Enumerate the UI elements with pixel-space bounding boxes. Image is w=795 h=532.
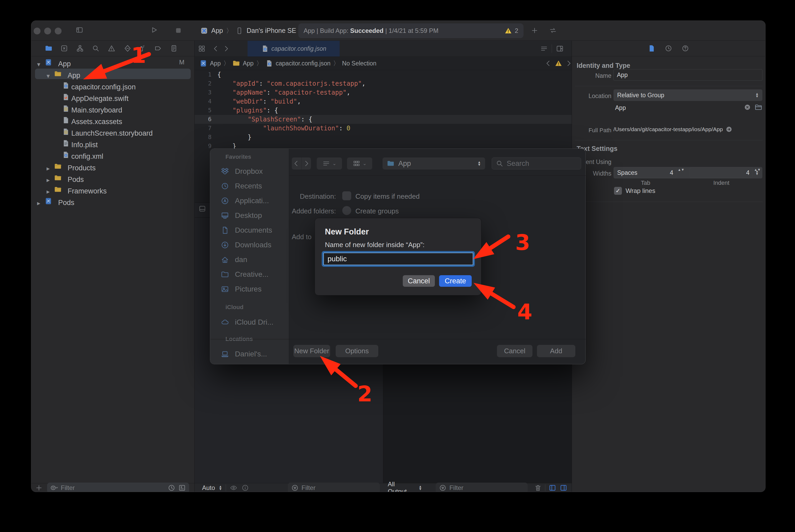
- disclosure-closed-icon[interactable]: ▸: [47, 165, 50, 172]
- symbol-navigator-icon[interactable]: [76, 44, 84, 52]
- adjust-editor-options-icon[interactable]: [540, 45, 548, 53]
- next-issue-icon[interactable]: [564, 59, 573, 67]
- recent-files-clock-icon[interactable]: [167, 484, 176, 492]
- source-control-navigator-icon[interactable]: [60, 44, 68, 52]
- tab-width-stepper[interactable]: ▲▼: [678, 169, 685, 171]
- sidebar-item-pictures[interactable]: Pictures: [221, 283, 261, 295]
- show-console-view-icon[interactable]: [560, 484, 567, 492]
- choose-folder-icon[interactable]: [755, 103, 762, 111]
- console-scope-popup[interactable]: All Output: [388, 480, 415, 492]
- zoom-window-button[interactable]: [55, 27, 61, 34]
- run-destination[interactable]: Dan's iPhone SE: [247, 27, 296, 34]
- breadcrumb-item[interactable]: No Selection: [342, 60, 376, 67]
- console-filter-input[interactable]: Filter: [436, 482, 528, 492]
- sidebar-item-daniel-s-[interactable]: Daniel's...: [221, 348, 267, 360]
- jump-bar[interactable]: App〉App〉capacitor.config.json〉No Selecti…: [199, 57, 541, 70]
- variables-scope-popup[interactable]: Auto: [202, 484, 215, 492]
- folder-popup[interactable]: App ▲▼: [382, 157, 485, 170]
- indent-width-field[interactable]: 4: [690, 167, 753, 178]
- dialog-search-input[interactable]: Search: [492, 157, 581, 170]
- tab-width-field[interactable]: 4: [614, 167, 676, 178]
- help-inspector-tab[interactable]: [681, 44, 689, 52]
- sidebar-item-downloads[interactable]: Downloads: [221, 239, 271, 251]
- create-groups-radio[interactable]: [342, 206, 351, 215]
- new-folder-button[interactable]: New Folder: [293, 345, 330, 357]
- sheet-cancel-button[interactable]: Cancel: [403, 275, 435, 287]
- navigator-row-app[interactable]: ▾App: [31, 68, 194, 80]
- navigator-row-info-plist[interactable]: Info.plist: [31, 137, 194, 149]
- activity-status-bar[interactable]: App | Build App: Succeeded | 1/4/21 at 5…: [298, 23, 524, 38]
- back-icon[interactable]: [212, 45, 220, 53]
- add-file-plus-icon[interactable]: [35, 484, 43, 492]
- breadcrumb-item[interactable]: App: [210, 60, 221, 67]
- issue-warning-icon[interactable]: [555, 59, 562, 67]
- code-line-5[interactable]: 5 "plugins": {: [195, 106, 572, 115]
- disclosure-closed-icon[interactable]: ▸: [47, 188, 50, 195]
- editor-tab[interactable]: capacitor.config.json: [248, 41, 340, 57]
- sidebar-item-desktop[interactable]: Desktop: [221, 210, 262, 221]
- code-line-4[interactable]: 4 "webDir": "build",: [195, 97, 572, 106]
- folder-name-input[interactable]: public: [323, 252, 473, 265]
- navigator-row-main-storyboard[interactable]: Main.storyboard: [31, 103, 194, 114]
- toggle-navigator-icon[interactable]: [75, 26, 84, 34]
- dialog-add-button[interactable]: Add: [537, 345, 575, 357]
- navigator-row-app[interactable]: ▾AppM: [31, 57, 194, 68]
- navigator-row-pods[interactable]: ▸Pods: [31, 172, 194, 184]
- variables-filter-input[interactable]: Filter: [288, 482, 380, 492]
- show-variables-view-icon[interactable]: [548, 484, 556, 492]
- find-navigator-icon[interactable]: [92, 44, 100, 52]
- previous-issue-icon[interactable]: [545, 59, 553, 67]
- related-items-icon[interactable]: [198, 45, 206, 53]
- disclosure-open-icon[interactable]: ▾: [37, 61, 40, 68]
- minimize-window-button[interactable]: [44, 27, 51, 34]
- source-control-status-icon[interactable]: [178, 484, 186, 492]
- breadcrumb-item[interactable]: capacitor.config.json: [276, 60, 330, 67]
- dialog-back-button[interactable]: [292, 157, 301, 170]
- quicklook-eye-icon[interactable]: [230, 484, 238, 492]
- code-line-8[interactable]: 8 }: [195, 133, 572, 142]
- info-icon[interactable]: [241, 484, 249, 492]
- project-navigator-icon[interactable]: [45, 44, 53, 52]
- add-editor-icon[interactable]: [556, 45, 564, 53]
- clear-location-x-icon[interactable]: [743, 103, 751, 111]
- editor-split-bottom-icon[interactable]: [198, 205, 206, 213]
- reveal-arrow-icon[interactable]: [725, 126, 733, 133]
- navigator-row-capacitor-config-json[interactable]: capacitor.config.json: [31, 80, 194, 91]
- warning-icon[interactable]: [504, 27, 512, 35]
- code-line-2[interactable]: 2 "appId": "com.capacitorjs.testapp",: [195, 79, 572, 88]
- disclosure-closed-icon[interactable]: ▸: [37, 200, 40, 207]
- options-button[interactable]: Options: [336, 345, 378, 357]
- stop-button[interactable]: [175, 26, 182, 34]
- file-inspector-tab[interactable]: [648, 44, 655, 52]
- report-navigator-icon[interactable]: [170, 44, 178, 52]
- navigator-row-launchscreen-storyboard[interactable]: LaunchScreen.storyboard: [31, 126, 194, 137]
- dialog-cancel-button[interactable]: Cancel: [497, 345, 532, 357]
- icon-view-button[interactable]: ⌄: [347, 157, 372, 170]
- disclosure-open-icon[interactable]: ▾: [47, 72, 50, 80]
- clear-console-trash-icon[interactable]: [534, 484, 542, 492]
- sidebar-item-dan[interactable]: dan: [221, 254, 247, 265]
- test-navigator-icon[interactable]: [124, 44, 131, 52]
- navigator-row-frameworks[interactable]: ▸Frameworks: [31, 184, 194, 195]
- wrap-lines-checkbox[interactable]: ✓: [614, 187, 622, 195]
- history-inspector-tab[interactable]: [665, 44, 672, 52]
- sheet-create-button[interactable]: Create: [439, 275, 472, 287]
- sidebar-item-documents[interactable]: Documents: [221, 225, 272, 236]
- name-field[interactable]: App: [613, 69, 762, 81]
- close-window-button[interactable]: [34, 27, 40, 34]
- indent-width-stepper[interactable]: ▲▼: [754, 169, 761, 171]
- scheme-name[interactable]: App: [211, 27, 223, 34]
- navigator-row-appdelegate-swift[interactable]: AppDelegate.swift: [31, 91, 194, 103]
- sidebar-item-creative-[interactable]: Creative...: [221, 269, 269, 280]
- list-view-button[interactable]: ⌄: [317, 157, 342, 170]
- issue-navigator-icon[interactable]: [108, 44, 115, 52]
- disclosure-closed-icon[interactable]: ▸: [47, 176, 50, 184]
- navigator-row-pods[interactable]: ▸Pods: [31, 195, 194, 207]
- code-line-7[interactable]: 7 "launchShowDuration": 0: [195, 124, 572, 133]
- breadcrumb-item[interactable]: App: [243, 60, 254, 67]
- navigator-row-products[interactable]: ▸Products: [31, 160, 194, 172]
- sidebar-item-icloud-dri-[interactable]: iCloud Dri...: [221, 317, 273, 328]
- run-button[interactable]: [150, 26, 158, 34]
- breakpoint-navigator-icon[interactable]: [154, 44, 162, 52]
- navigator-row-assets-xcassets[interactable]: Assets.xcassets: [31, 114, 194, 126]
